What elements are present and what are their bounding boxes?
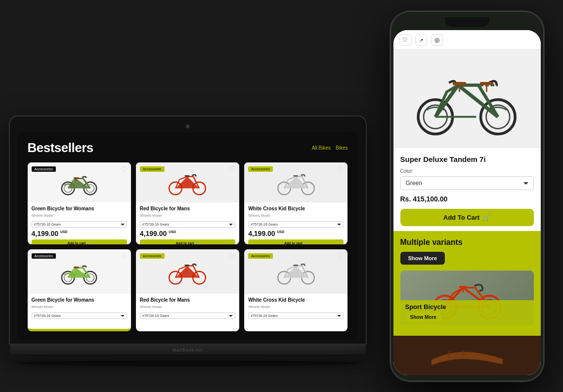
products-grid: Accessories ♡ (28, 162, 348, 331)
phone-variants-title: Multiple variants (400, 238, 534, 247)
product-select-6[interactable]: #75726-16 Gears (248, 313, 344, 319)
bike-svg-6 (276, 256, 316, 288)
product-info-1: Green Bicycle for Womans Wheels Model #7… (28, 202, 131, 244)
phone-device: ♡ ↗ ◎ (390, 11, 544, 381)
svg-rect-18 (185, 265, 190, 266)
product-model-label-5: Wheels Model (140, 305, 235, 309)
phone-product-details: Super Deluxe Tandem 7i Color: Green Red … (393, 148, 541, 231)
product-name-5: Red Bicycle for Mans (140, 297, 235, 303)
scene: Bestsellers All Bikes Bikes Accessories … (10, 11, 554, 381)
variant-show-more-sport[interactable]: Show More (405, 313, 441, 322)
wishlist-icon-5[interactable]: ♡ (229, 252, 235, 260)
phone-color-select[interactable]: Green Red Black (400, 176, 534, 190)
phone-add-to-cart-button[interactable]: Add To Cart 🛒 (400, 209, 534, 226)
product-model-label-3: Wheels Model (248, 214, 344, 217)
add-to-cart-btn-3[interactable]: Add to cart 🛒 (248, 239, 344, 244)
product-card-3: Accessories ♡ (244, 162, 347, 244)
product-info-2: Red Bicycle for Mans Wheels Model #75726… (136, 202, 239, 244)
product-info-3: White Cross Kid Bicycle Wheels Model #75… (244, 202, 347, 244)
cart-icon: 🛒 (482, 214, 490, 221)
product-badge-5: Accessories (140, 253, 165, 259)
variant-card-sport: Sport Bicycle Show More (400, 271, 534, 325)
product-name-1: Green Bicycle for Womans (32, 205, 127, 212)
product-card-1: Accessories ♡ (28, 162, 131, 244)
svg-rect-34 (459, 286, 467, 288)
product-model-label-4: Wheels Model (32, 305, 127, 309)
wishlist-icon-4[interactable]: ♡ (121, 252, 127, 260)
add-to-cart-btn-1[interactable]: Add to cart 🛒 (32, 239, 127, 244)
nav-all-bikes[interactable]: All Bikes (312, 145, 331, 151)
wishlist-icon-1[interactable]: ♡ (121, 165, 127, 173)
product-select-3[interactable]: #75726-16 Gears (248, 221, 344, 228)
product-info-5: Red Bicycle for Mans Wheels Model #75726… (136, 294, 239, 331)
eye-icon[interactable]: ◎ (431, 34, 443, 46)
laptop-shadow (20, 360, 356, 366)
phone-top-icons: ♡ ↗ ◎ (393, 30, 541, 49)
wishlist-icon-3[interactable]: ♡ (337, 165, 344, 173)
svg-rect-26 (452, 82, 466, 85)
product-info-4: Green Bicycle for Womans Wheels Model #7… (28, 294, 131, 329)
laptop-foot (10, 354, 366, 360)
product-model-label-2: Wheels Model (140, 214, 235, 217)
shop-content: Bestsellers All Bikes Bikes Accessories … (18, 132, 358, 340)
wishlist-icon-2[interactable]: ♡ (229, 165, 235, 173)
product-badge-3: Accessories (248, 166, 273, 172)
phone-show-more-button[interactable]: Show More (400, 252, 445, 265)
nav-bikes[interactable]: Bikes (336, 145, 347, 151)
bike-svg-3 (276, 166, 316, 198)
shop-header: Bestsellers All Bikes Bikes (28, 140, 348, 156)
laptop-base (10, 344, 366, 354)
product-name-3: White Cross Kid Bicycle (248, 205, 344, 212)
product-name-4: Green Bicycle for Womans (32, 297, 127, 303)
product-select-5[interactable]: #75726-16 Gears (140, 313, 235, 319)
variant-overlay-sport: Sport Bicycle Show More (400, 300, 534, 325)
product-card-4: Accessories ♡ (28, 249, 131, 331)
product-name-6: White Cross Kid Bicycle (248, 297, 344, 303)
product-price-2: 4,199.00 USD (140, 230, 235, 237)
phone-bike-svg (413, 59, 521, 138)
product-badge-6: Accessories (248, 253, 273, 259)
phone-body: ♡ ↗ ◎ (390, 11, 544, 381)
product-card-2: Accessories ♡ (136, 162, 239, 244)
heart-icon[interactable]: ♡ (399, 34, 411, 46)
bike-svg-4 (59, 256, 99, 288)
shop-nav: All Bikes Bikes (312, 145, 348, 151)
svg-rect-7 (185, 175, 190, 176)
phone-product-name: Super Deluxe Tandem 7i (400, 155, 534, 163)
phone-price: Rs. 415,100.00 (400, 195, 534, 203)
phone-variants-section: Multiple variants Show More (393, 231, 541, 336)
wishlist-icon-6[interactable]: ♡ (337, 252, 344, 260)
phone-screen: ♡ ↗ ◎ (393, 30, 541, 375)
laptop-device: Bestsellers All Bikes Bikes Accessories … (10, 117, 366, 366)
svg-rect-4 (74, 177, 79, 179)
product-badge-4: Accessories (32, 253, 56, 259)
laptop-screen-border: Bestsellers All Bikes Bikes Accessories … (10, 117, 366, 344)
svg-rect-15 (74, 267, 79, 268)
product-model-label-1: Wheels Model (32, 214, 127, 217)
bike-svg-1 (59, 166, 99, 198)
product-model-label-6: Wheels Model (248, 305, 344, 309)
product-select-1[interactable]: #75726-16 Gears (32, 221, 127, 228)
laptop-screen: Bestsellers All Bikes Bikes Accessories … (18, 132, 358, 340)
shop-title: Bestsellers (28, 140, 93, 156)
product-badge-1: Accessories (32, 166, 56, 172)
saddle-svg (423, 342, 512, 369)
svg-rect-21 (293, 265, 298, 266)
product-card-5: Accessories ♡ (136, 249, 239, 331)
svg-rect-10 (293, 175, 298, 176)
product-select-2[interactable]: #75726-16 Gears (140, 221, 235, 228)
product-price-1: 4,199.00 USD (32, 230, 127, 237)
phone-bottom-card (393, 336, 541, 375)
laptop-camera (186, 124, 190, 128)
bike-svg-5 (168, 256, 207, 288)
product-badge-2: Accessories (140, 166, 165, 172)
phone-color-label: Color: (400, 168, 534, 174)
phone-notch (445, 17, 489, 27)
share-icon[interactable]: ↗ (415, 34, 427, 46)
add-to-cart-btn-2[interactable]: Add to cart 🛒 (140, 239, 235, 244)
product-card-6: Accessories ♡ (244, 249, 347, 331)
product-price-3: 4,199.00 USD (248, 230, 344, 237)
phone-hero-image (393, 49, 541, 148)
product-name-2: Red Bicycle for Mans (140, 205, 235, 212)
product-select-4[interactable]: #75726-16 Gears (32, 313, 127, 319)
